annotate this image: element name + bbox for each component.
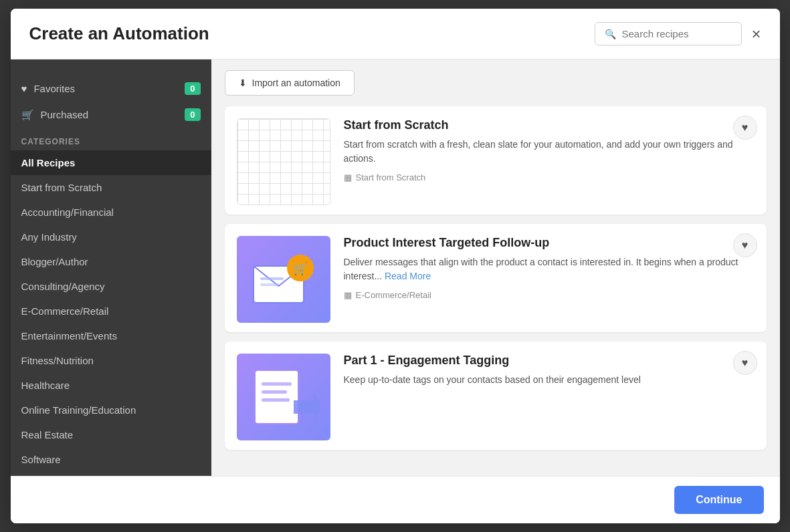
- main-toolbar: ⬇ Import an automation: [211, 59, 780, 106]
- favorites-label: Favorites: [33, 83, 75, 94]
- sidebar: ♥ Favorites 0 🛒 Purchased 0 CATEGORIES: [11, 59, 211, 476]
- import-label: Import an automation: [252, 78, 340, 88]
- recipe-card: 🛒 Product Interest Targeted Follow-up De…: [225, 224, 767, 332]
- header-right: 🔍 ×: [595, 22, 761, 45]
- recipe-description: Keep up-to-date tags on your contacts ba…: [344, 373, 755, 387]
- recipe-tag: ▦ E-Commerce/Retail: [344, 290, 755, 300]
- recipe-content: Start from Scratch Start from scratch wi…: [344, 118, 755, 182]
- recipe-desc: Deliver messages that align with the pro…: [344, 257, 738, 281]
- recipe-thumbnail: 🛒: [237, 236, 330, 323]
- svg-rect-7: [262, 390, 287, 394]
- sidebar-nav-item[interactable]: E-Commerce/Retail: [11, 299, 211, 323]
- recipe-card: Part 1 - Engagement Tagging Keep up-to-d…: [225, 342, 767, 450]
- modal-title: Create an Automation: [29, 23, 209, 44]
- recipe-content: Part 1 - Engagement Tagging Keep up-to-d…: [344, 354, 755, 394]
- continue-button[interactable]: Continue: [674, 486, 763, 514]
- recipe-desc: Start from scratch with a fresh, clean s…: [344, 139, 733, 164]
- sidebar-item-purchased[interactable]: 🛒 Purchased 0: [11, 102, 211, 128]
- modal-footer: Continue: [11, 476, 780, 523]
- sidebar-item-favorites[interactable]: ♥ Favorites 0: [11, 76, 211, 102]
- sidebar-nav-item[interactable]: Fitness/Nutrition: [11, 348, 211, 373]
- cart-icon: 🛒: [21, 109, 34, 121]
- svg-rect-5: [255, 370, 298, 424]
- svg-rect-2: [260, 283, 279, 286]
- sidebar-nav-item[interactable]: Real Estate: [11, 422, 211, 447]
- sidebar-nav-item[interactable]: Start from Scratch: [11, 175, 211, 200]
- import-icon: ⬇: [239, 78, 247, 88]
- svg-rect-1: [260, 277, 284, 280]
- sidebar-nav-item[interactable]: Any Industry: [11, 225, 211, 249]
- sidebar-nav-item[interactable]: Healthcare: [11, 373, 211, 398]
- sidebar-nav: All RecipesStart from ScratchAccounting/…: [11, 150, 211, 472]
- recipe-card: Start from Scratch Start from scratch wi…: [225, 106, 767, 215]
- sidebar-nav-item[interactable]: Consulting/Agency: [11, 274, 211, 299]
- favorite-button[interactable]: ♥: [733, 351, 757, 375]
- recipe-content: Product Interest Targeted Follow-up Deli…: [344, 236, 755, 300]
- search-box[interactable]: 🔍: [595, 22, 742, 45]
- main-content: ⬇ Import an automation Start from Scratc…: [211, 59, 780, 476]
- svg-rect-6: [262, 382, 292, 386]
- recipe-thumbnail: [237, 118, 330, 205]
- modal-backdrop: Create an Automation 🔍 × ♥ Favorites: [0, 0, 790, 532]
- modal-header: Create an Automation 🔍 ×: [11, 9, 780, 59]
- recipe-description: Deliver messages that align with the pro…: [344, 255, 755, 283]
- sidebar-nav-item[interactable]: Accounting/Financial: [11, 200, 211, 225]
- sidebar-nav-item[interactable]: All Recipes: [11, 150, 211, 175]
- recipe-thumbnail: [237, 354, 330, 440]
- sidebar-nav-item[interactable]: Blogger/Author: [11, 249, 211, 274]
- categories-heading: CATEGORIES: [11, 128, 211, 150]
- recipe-desc: Keep up-to-date tags on your contacts ba…: [344, 374, 641, 385]
- tag-label: Start from Scratch: [356, 172, 426, 182]
- recipes-list: Start from Scratch Start from scratch wi…: [211, 106, 780, 476]
- search-input[interactable]: [621, 28, 732, 39]
- sidebar-nav-item[interactable]: Online Training/Education: [11, 398, 211, 422]
- svg-rect-8: [262, 398, 290, 402]
- heart-icon: ♥: [21, 83, 27, 94]
- recipe-title: Start from Scratch: [344, 118, 755, 132]
- modal-body: ♥ Favorites 0 🛒 Purchased 0 CATEGORIES: [11, 59, 780, 476]
- import-automation-button[interactable]: ⬇ Import an automation: [225, 70, 355, 96]
- favorites-badge: 0: [185, 82, 200, 95]
- recipe-tag: ▦ Start from Scratch: [344, 172, 755, 182]
- read-more-link[interactable]: Read More: [385, 271, 431, 281]
- sidebar-nav-item[interactable]: Entertainment/Events: [11, 323, 211, 348]
- create-automation-modal: Create an Automation 🔍 × ♥ Favorites: [11, 9, 780, 523]
- tag-icon: ▦: [344, 290, 352, 300]
- svg-text:🛒: 🛒: [293, 261, 308, 276]
- sidebar-top: [11, 59, 211, 76]
- recipe-title: Part 1 - Engagement Tagging: [344, 354, 755, 368]
- tag-label: E-Commerce/Retail: [356, 290, 431, 300]
- close-button[interactable]: ×: [751, 26, 761, 42]
- recipe-title: Product Interest Targeted Follow-up: [344, 236, 755, 250]
- purchased-label: Purchased: [41, 109, 89, 120]
- sidebar-nav-item[interactable]: Software: [11, 447, 211, 472]
- recipe-description: Start from scratch with a fresh, clean s…: [344, 138, 755, 166]
- favorite-button[interactable]: ♥: [733, 116, 757, 140]
- purchased-badge: 0: [185, 108, 200, 121]
- search-icon: 🔍: [605, 29, 616, 39]
- tag-icon: ▦: [344, 172, 352, 182]
- favorite-button[interactable]: ♥: [733, 233, 757, 257]
